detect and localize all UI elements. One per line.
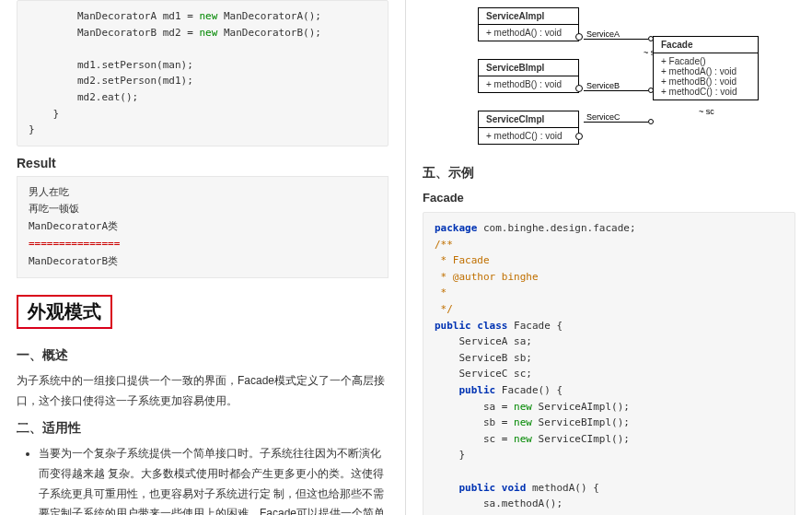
heading-example: 五、示例 — [423, 165, 795, 181]
uml-diagram: ServiceAImpl + methodA() : void ServiceA… — [423, 4, 795, 156]
result-line: 再吃一顿饭 — [29, 201, 377, 218]
overview-paragraph: 为子系统中的一组接口提供一个一致的界面，Facade模式定义了一个高层接口，这个… — [17, 371, 389, 411]
uml-class-servicecimpl: ServiceCImpl + methodC() : void — [478, 111, 579, 145]
right-column: ServiceAImpl + methodA() : void ServiceA… — [406, 0, 812, 515]
uml-connector — [584, 122, 648, 123]
result-line: ManDecoratorA类 — [29, 218, 377, 236]
heading-applicability: 二、适用性 — [17, 420, 389, 437]
uml-label-servicea: ServiceA — [586, 29, 620, 39]
uml-label-sc: ~ sc — [699, 107, 714, 116]
page-title-facade: 外观模式 — [17, 295, 112, 329]
uml-interface-icon — [575, 85, 583, 92]
uml-label-serviceb: ServiceB — [586, 81, 620, 90]
result-line: ManDecoratorB类 — [29, 253, 377, 271]
uml-interface-icon — [575, 133, 583, 140]
uml-connector — [584, 39, 648, 40]
result-label: Result — [17, 156, 389, 170]
uml-class-facade: Facade + Facade() + methodA() : void + m… — [653, 36, 759, 100]
result-line: 男人在吃 — [29, 184, 377, 202]
uml-endpoint-icon — [648, 119, 654, 124]
left-column: ManDecoratorA md1 = new ManDecoratorA();… — [0, 0, 406, 515]
uml-class-servicebimpl: ServiceBImpl + methodB() : void — [478, 59, 579, 93]
list-item: 当要为一个复杂子系统提供一个简单接口时。子系统往往因为不断演化而变得越来越 复杂… — [39, 444, 389, 515]
result-divider: =============== — [29, 236, 377, 253]
code-block-decorator: ManDecoratorA md1 = new ManDecoratorA();… — [17, 0, 389, 146]
code-block-facade: package com.binghe.design.facade; /** * … — [423, 212, 795, 515]
heading-facade-code: Facade — [423, 191, 795, 205]
uml-label-servicec: ServiceC — [586, 112, 621, 122]
uml-connector — [584, 90, 648, 91]
result-output: 男人在吃 再吃一顿饭 ManDecoratorA类 ==============… — [17, 176, 389, 278]
applicability-list: 当要为一个复杂子系统提供一个简单接口时。子系统往往因为不断演化而变得越来越 复杂… — [17, 444, 389, 515]
uml-class-serviceaimpl: ServiceAImpl + methodA() : void — [478, 7, 579, 41]
uml-interface-icon — [575, 33, 583, 41]
heading-overview: 一、概述 — [17, 347, 389, 364]
